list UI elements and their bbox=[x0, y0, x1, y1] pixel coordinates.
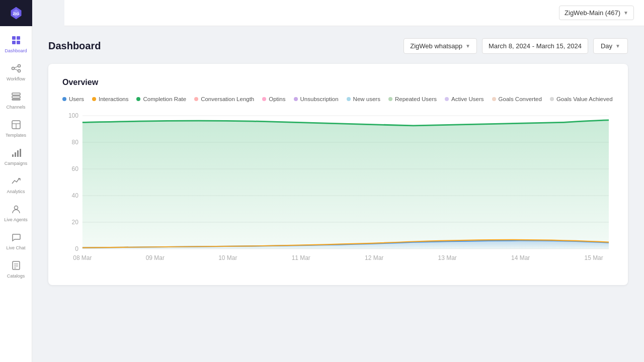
svg-text:11 Mar: 11 Mar bbox=[292, 254, 310, 261]
dashboard-header: Dashboard ZigWeb whatsapp ▼ March 8, 202… bbox=[48, 38, 628, 54]
svg-point-8 bbox=[18, 65, 20, 67]
legend-item-interactions[interactable]: Interactions bbox=[92, 96, 128, 102]
legend-item-repeated_users[interactable]: Repeated Users bbox=[388, 96, 437, 102]
svg-text:80: 80 bbox=[72, 139, 78, 146]
period-label: Day bbox=[601, 42, 612, 50]
legend-item-unsubscription[interactable]: Unsubscription bbox=[294, 96, 339, 102]
period-chevron-icon: ▼ bbox=[615, 43, 620, 49]
svg-rect-12 bbox=[12, 93, 20, 95]
svg-text:20: 20 bbox=[72, 219, 78, 226]
legend-dot-users bbox=[62, 97, 66, 101]
legend-item-users[interactable]: Users bbox=[62, 96, 84, 102]
legend-label-users: Users bbox=[69, 96, 84, 102]
sidebar-item-live-chat[interactable]: Live Chat bbox=[0, 227, 32, 255]
svg-text:13 Mar: 13 Mar bbox=[438, 254, 457, 261]
svg-rect-3 bbox=[12, 36, 16, 40]
legend-label-unsubscription: Unsubscription bbox=[300, 96, 339, 102]
header-controls: ZigWeb whatsapp ▼ March 8, 2024 - March … bbox=[404, 38, 628, 54]
catalogs-label: Catalogs bbox=[7, 274, 25, 279]
workspace-selector[interactable]: ZigWeb-Main (467) ▼ bbox=[559, 6, 634, 20]
legend-item-conversation_length[interactable]: Conversation Length bbox=[194, 96, 254, 102]
svg-point-22 bbox=[14, 206, 18, 210]
workspace-chevron-icon: ▼ bbox=[623, 10, 628, 16]
svg-rect-14 bbox=[12, 99, 20, 100]
campaigns-label: Campaigns bbox=[5, 161, 28, 166]
overview-title: Overview bbox=[62, 78, 614, 87]
overview-chart: 100 80 60 40 20 0 bbox=[62, 110, 614, 271]
svg-text:08 Mar: 08 Mar bbox=[73, 254, 92, 261]
legend-dot-goals_converted bbox=[492, 97, 496, 101]
legend-dot-optins bbox=[262, 97, 266, 101]
live-agents-icon bbox=[11, 204, 21, 216]
legend-label-interactions: Interactions bbox=[99, 96, 128, 102]
svg-text:100: 100 bbox=[68, 112, 78, 120]
legend-label-completion_rate: Completion Rate bbox=[143, 96, 186, 102]
live-chat-icon bbox=[11, 232, 21, 244]
svg-rect-21 bbox=[20, 149, 21, 157]
svg-point-7 bbox=[12, 67, 14, 70]
legend-label-active_users: Active Users bbox=[451, 96, 484, 102]
sidebar-item-campaigns[interactable]: Campaigns bbox=[0, 143, 32, 171]
workflow-icon bbox=[11, 63, 21, 75]
sidebar-item-channels[interactable]: Channels bbox=[0, 86, 32, 115]
svg-text:09 Mar: 09 Mar bbox=[146, 254, 165, 261]
date-range-label: March 8, 2024 - March 15, 2024 bbox=[489, 42, 582, 50]
legend-item-new_users[interactable]: New users bbox=[347, 96, 380, 102]
campaigns-icon bbox=[11, 148, 21, 159]
svg-text:12 Mar: 12 Mar bbox=[365, 254, 383, 261]
dashboard-label: Dashboard bbox=[5, 48, 27, 53]
sidebar-item-catalogs[interactable]: Catalogs bbox=[0, 255, 32, 284]
legend-item-goals_value[interactable]: Goals Value Achieved bbox=[550, 96, 613, 102]
svg-rect-19 bbox=[15, 152, 16, 157]
live-chat-label: Live Chat bbox=[6, 245, 25, 250]
overview-card: Overview UsersInteractionsCompletion Rat… bbox=[48, 64, 628, 285]
chart-container: 100 80 60 40 20 0 bbox=[62, 110, 614, 271]
svg-rect-18 bbox=[12, 154, 14, 157]
period-select[interactable]: Day ▼ bbox=[593, 38, 628, 54]
templates-label: Templates bbox=[6, 133, 26, 138]
channels-label: Channels bbox=[6, 105, 25, 110]
channel-label: ZigWeb whatsapp bbox=[410, 42, 462, 50]
svg-rect-13 bbox=[12, 96, 20, 98]
page-title: Dashboard bbox=[48, 40, 101, 52]
legend-label-goals_converted: Goals Converted bbox=[499, 96, 542, 102]
legend-label-goals_value: Goals Value Achieved bbox=[556, 96, 613, 102]
chart-legend: UsersInteractionsCompletion RateConversa… bbox=[62, 96, 614, 102]
legend-item-optins[interactable]: Optins bbox=[262, 96, 285, 102]
legend-item-goals_converted[interactable]: Goals Converted bbox=[492, 96, 542, 102]
sidebar-item-live-agents[interactable]: Live Agents bbox=[0, 199, 32, 227]
legend-label-repeated_users: Repeated Users bbox=[395, 96, 437, 102]
live-agents-label: Live Agents bbox=[4, 217, 28, 222]
legend-dot-conversation_length bbox=[194, 97, 198, 101]
legend-label-optins: Optins bbox=[269, 96, 285, 102]
sidebar-item-templates[interactable]: Templates bbox=[0, 115, 32, 143]
channel-select[interactable]: ZigWeb whatsapp ▼ bbox=[404, 38, 477, 54]
svg-text:15 Mar: 15 Mar bbox=[585, 254, 603, 261]
legend-dot-new_users bbox=[347, 97, 351, 101]
svg-text:40: 40 bbox=[72, 192, 78, 200]
date-range-picker[interactable]: March 8, 2024 - March 15, 2024 bbox=[482, 38, 588, 54]
svg-text:0: 0 bbox=[75, 245, 78, 253]
legend-dot-goals_value bbox=[550, 97, 554, 101]
app-logo[interactable]: ZIG bbox=[0, 0, 32, 26]
svg-rect-20 bbox=[17, 150, 19, 157]
sidebar-item-workflow[interactable]: Workflow bbox=[0, 58, 32, 86]
sidebar-nav: Dashboard Workflow bbox=[0, 26, 32, 362]
sidebar-item-dashboard[interactable]: Dashboard bbox=[0, 30, 32, 58]
legend-item-active_users[interactable]: Active Users bbox=[445, 96, 484, 102]
sidebar-item-analytics[interactable]: Analytics bbox=[0, 171, 32, 199]
legend-dot-completion_rate bbox=[136, 97, 140, 101]
legend-dot-unsubscription bbox=[294, 97, 298, 101]
legend-item-completion_rate[interactable]: Completion Rate bbox=[136, 96, 186, 102]
svg-rect-5 bbox=[12, 41, 16, 44]
svg-rect-4 bbox=[17, 36, 20, 40]
channel-chevron-icon: ▼ bbox=[465, 43, 470, 49]
svg-rect-6 bbox=[17, 41, 20, 44]
analytics-icon bbox=[11, 176, 21, 188]
legend-dot-interactions bbox=[92, 97, 96, 101]
svg-text:ZIG: ZIG bbox=[13, 12, 19, 16]
legend-dot-repeated_users bbox=[388, 97, 392, 101]
channels-icon bbox=[11, 92, 21, 103]
catalogs-icon bbox=[11, 260, 21, 272]
legend-label-conversation_length: Conversation Length bbox=[201, 96, 254, 102]
